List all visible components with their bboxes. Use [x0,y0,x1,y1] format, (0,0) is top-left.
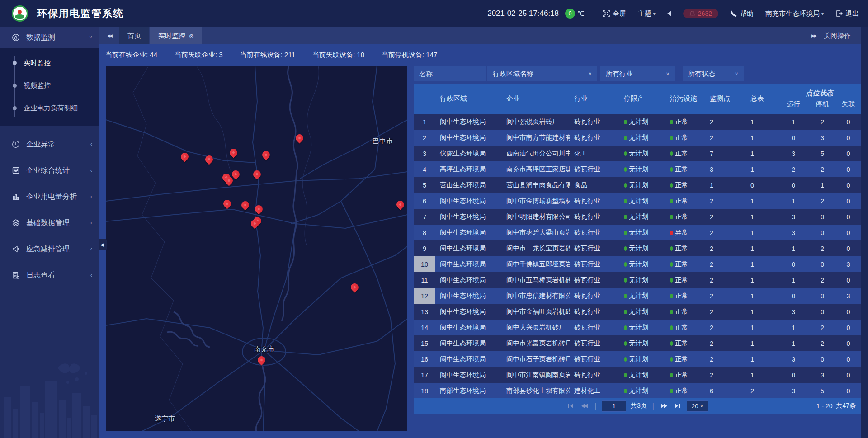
table-row[interactable]: 9阆中生态环境局阆中市二龙长宝页岩砖砖瓦行业无计划正常21120 [414,240,861,256]
page-number-input[interactable] [602,400,626,412]
cell-production-status: 无计划 [619,149,665,158]
cell-industry: 砖瓦行业 [570,228,619,237]
cell-offline: 0 [835,166,861,173]
sidebar-subitem-视频监控[interactable]: 视频监控 [0,74,99,97]
help-button[interactable]: 帮助 [730,9,754,18]
cell-production-status: 无计划 [619,339,665,348]
sidebar-item-1[interactable]: 数据监测 ˅ [0,27,99,48]
name-filter-input[interactable] [414,66,486,81]
table-row[interactable]: 3仪陇生态环境局西南油气田分公司川中化工无计划正常71350 [414,146,861,161]
close-operations-button[interactable]: 关闭操作 [824,32,851,40]
sidebar-item-5[interactable]: 基础数据管理 ‹ [0,212,99,233]
table-row[interactable]: 7阆中生态环境局阆中明阳建材有限公司砖瓦行业无计划正常21300 [414,209,861,225]
status-dot-icon [624,341,627,346]
theme-menu[interactable]: 主题▾ [638,9,656,18]
sidebar-item-4[interactable]: 企业用电量分析 ‹ [0,186,99,207]
page-size-select[interactable]: 20∨ [687,400,708,412]
table-row[interactable]: 5营山生态环境局营山县润丰肉食品有限食品无计划正常10010 [414,177,861,193]
table-row[interactable]: 15阆中生态环境局阆中市光富页岩机砖厂砖瓦行业无计划正常21120 [414,335,861,351]
cell-points: 2 [704,308,741,316]
cell-industry: 砖瓦行业 [570,355,619,363]
table-row[interactable]: 17阆中生态环境局阆中市江南镇阆南页岩砖瓦行业无计划正常21030 [414,367,861,383]
bullet-dot-icon [13,61,17,65]
cell-company: 营山县润丰肉食品有限 [501,181,570,189]
cell-meters: 1 [741,166,778,173]
status-dot-icon [624,136,627,140]
prev-page-button[interactable] [580,402,589,410]
chevron-left-icon: ‹ [90,141,92,147]
tab-realtime-monitor[interactable]: 实时监控 ⊗ [150,27,202,44]
table-row[interactable]: 12阆中生态环境局阆中市忠信建材有限公砖瓦行业无计划正常21003 [414,288,861,304]
table-header: 行政区域 企业 行业 停限产 治污设施 监测点 总表 点位状态 运行 停机 失联 [414,84,861,114]
cell-meters: 0 [741,182,778,189]
sidebar-item-6[interactable]: 应急减排管理 ‹ [0,239,99,259]
cell-offline: 3 [835,261,861,268]
table-row[interactable]: 14阆中生态环境局阆中大兴页岩机砖厂砖瓦行业无计划正常21120 [414,320,861,335]
map-panel[interactable]: 巴中市南充市遂宁市 [106,66,407,431]
alert-icon [12,140,20,148]
industry-filter-select[interactable]: 所有行业∨ [600,66,675,81]
cell-running: 1 [778,245,809,252]
status-dot-icon [624,357,627,362]
row-index: 15 [414,335,435,351]
cell-industry: 化工 [570,149,619,158]
notification-badge[interactable]: 2632 [683,9,718,18]
sidebar-item-7[interactable]: 日志查看 ‹ [0,265,99,286]
next-page-button[interactable] [660,402,669,410]
sidebar-item-2[interactable]: 企业异常 ‹ [0,134,99,155]
org-menu[interactable]: 南充市生态环境局▾ [765,9,824,18]
row-index: 8 [414,225,435,240]
table-row[interactable]: 2阆中生态环境局阆中市南方节能建材有砖瓦行业无计划正常21030 [414,130,861,146]
row-index: 5 [414,177,435,193]
cell-region: 阆中生态环境局 [435,323,501,332]
col-points: 监测点 [704,84,741,114]
cell-region: 阆中生态环境局 [435,197,501,205]
map-city-label: 南充市 [254,345,274,353]
cell-stopped: 0 [809,308,835,316]
datetime: 2021-02-25 17:46:18 [487,9,559,18]
cell-stopped: 2 [809,198,835,205]
row-index: 4 [414,161,435,177]
tab-home[interactable]: 首页 [119,27,149,44]
table-row[interactable]: 13阆中生态环境局阆中市金福旺页岩机砖砖瓦行业无计划正常21300 [414,304,861,320]
sidebar-subitem-企业电力负荷明细[interactable]: 企业电力负荷明细 [0,97,99,119]
first-page-button[interactable] [566,402,576,410]
status-filter-select[interactable]: 所有状态∨ [683,66,744,81]
tabs-scroll-right[interactable]: ▶▶ [804,33,824,38]
status-dot-icon [670,167,673,172]
right-scrollbar-strip[interactable] [861,27,868,438]
table-row[interactable]: 11阆中生态环境局阆中市五马桥页岩机砖砖瓦行业无计划正常21120 [414,272,861,288]
chevron-left-icon: ‹ [90,193,92,200]
cell-industry: 砖瓦行业 [570,371,619,379]
cell-production-status: 无计划 [619,244,665,253]
col-group-point-status: 点位状态 [778,84,861,99]
fullscreen-button[interactable]: 全屏 [603,9,626,18]
table-row[interactable]: 4高坪生态环境局南充市高坪区王家店建砖瓦行业无计划正常31220 [414,161,861,177]
cell-facility-status: 正常 [665,276,704,284]
cell-region: 南部生态环境局 [435,386,501,395]
status-dot-icon [624,246,627,251]
table-row[interactable]: 10阆中生态环境局阆中千佛镇五郎垭页岩砖瓦行业无计划正常21003 [414,256,861,272]
tab-close-icon[interactable]: ⊗ [189,33,194,39]
chevron-down-icon: ∨ [588,71,592,77]
table-row[interactable]: 16阆中生态环境局阆中市石子页岩机砖厂砖瓦行业无计划正常21300 [414,351,861,367]
stats-bar: 当前在线企业: 44当前失联企业: 3当前在线设备: 211当前失联设备: 10… [99,44,868,66]
table-row[interactable]: 18南部生态环境局南部县砂化土坝有限公建材化工无计划正常62350 [414,383,861,399]
cell-offline: 0 [835,324,861,331]
region-filter-select[interactable]: 行政区域名称∨ [487,66,597,81]
table-row[interactable]: 1阆中生态环境局阆中强锐页岩砖厂砖瓦行业无计划正常21120 [414,114,861,130]
sidebar-subitem-实时监控[interactable]: 实时监控 [0,52,99,74]
logout-button[interactable]: 退出 [835,9,859,18]
cell-company: 南部县砂化土坝有限公 [501,386,570,395]
last-page-button[interactable] [673,402,682,410]
sidebar-item-3[interactable]: 企业综合统计 ‹ [0,160,99,181]
cell-stopped: 2 [809,324,835,331]
cell-points: 2 [704,245,741,252]
row-index: 13 [414,304,435,320]
table-row[interactable]: 8阆中生态环境局阆中市枣碧大梁山页岩砖瓦行业无计划异常21300 [414,225,861,240]
table-row[interactable]: 6阆中生态环境局阆中市金博瑞新型墙材砖瓦行业无计划正常21120 [414,193,861,209]
megaphone-icon [12,245,20,253]
tabs-scroll-left[interactable]: ◀◀ [99,27,119,44]
col-stopped: 停机 [809,99,835,114]
speaker-icon[interactable] [667,11,671,16]
